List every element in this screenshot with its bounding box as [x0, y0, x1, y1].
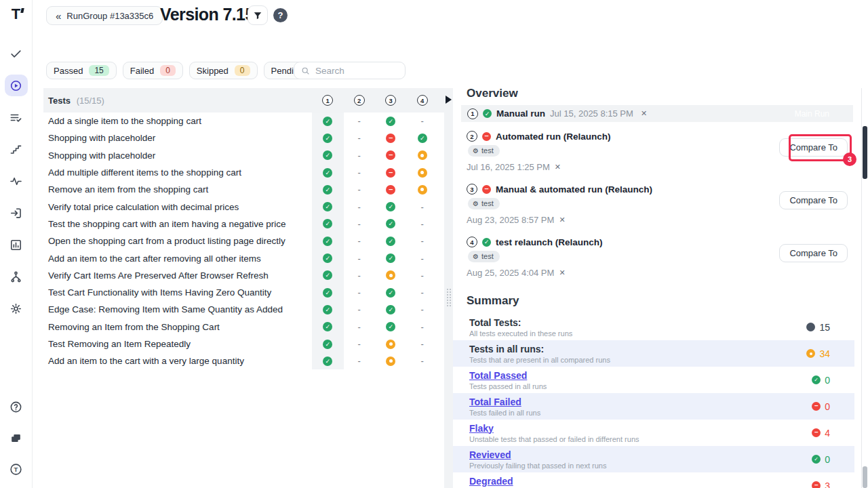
- test-name[interactable]: Shopping with placeholder: [43, 150, 312, 161]
- summary-row-label[interactable]: Total Failed: [469, 396, 540, 407]
- no-result: -: [358, 270, 361, 281]
- collapse-panel-icon[interactable]: [446, 96, 452, 104]
- filter-tab-failed[interactable]: Failed 0: [123, 62, 183, 79]
- table-row[interactable]: Test Cart Functionality with Items Havin…: [43, 284, 446, 301]
- test-name[interactable]: Add a single item to the shopping cart: [43, 116, 312, 126]
- test-name[interactable]: Test Cart Functionality with Items Havin…: [43, 287, 312, 298]
- test-name[interactable]: Edge Case: Removing Item with Same Quant…: [43, 304, 312, 314]
- run-name: test relaunch (Relaunch): [496, 237, 603, 247]
- table-row[interactable]: Verify Cart Items Are Preserved After Br…: [43, 267, 446, 284]
- logo-circle-icon[interactable]: T: [5, 458, 28, 480]
- test-name[interactable]: Add an item to the cart after removing a…: [43, 253, 312, 264]
- filter-tab-passed[interactable]: Passed 15: [46, 62, 117, 79]
- status-pass-icon: [386, 202, 395, 211]
- column-header-run-1[interactable]: 1: [312, 95, 344, 106]
- filter-tab-skipped[interactable]: Skipped 0: [189, 62, 258, 79]
- compare-to-button[interactable]: Compare To: [779, 191, 848, 209]
- test-name[interactable]: Open the shopping cart from a product li…: [43, 236, 312, 246]
- steps-icon[interactable]: [5, 138, 28, 160]
- table-row[interactable]: Removing an Item from the Shopping Cart-…: [43, 319, 446, 336]
- scrollbar-thumb[interactable]: [863, 126, 867, 179]
- test-name[interactable]: Add an item to the cart with a very larg…: [43, 356, 312, 366]
- gear-icon[interactable]: [5, 298, 28, 319]
- table-row[interactable]: Remove an item from the shopping cart-: [43, 181, 446, 198]
- compare-to-button[interactable]: Compare To: [779, 138, 848, 157]
- summary-row-label[interactable]: Degraded: [469, 476, 605, 487]
- column-header-run-2[interactable]: 2: [344, 95, 376, 106]
- run-item[interactable]: 4 test relaunch (Relaunch) ⚙ test Aug 25…: [467, 237, 848, 278]
- run-item-main[interactable]: 1 Manual run Jul 15, 2025 8:15 PM Main R…: [461, 105, 853, 122]
- list-check-icon[interactable]: [5, 106, 28, 128]
- status-pass-icon: [323, 270, 332, 280]
- gear-tag-icon: ⚙: [473, 253, 479, 260]
- no-result: -: [358, 150, 361, 161]
- play-circle-icon[interactable]: [5, 75, 28, 96]
- help-button[interactable]: ?: [273, 8, 288, 22]
- table-row[interactable]: Shopping with placeholder-: [43, 129, 446, 146]
- scrollbar-thumb-secondary[interactable]: [863, 466, 867, 488]
- column-header-run-4[interactable]: 4: [407, 95, 439, 106]
- test-name[interactable]: Removing an Item from the Shopping Cart: [43, 322, 312, 332]
- remove-run-icon[interactable]: [559, 268, 565, 277]
- table-row[interactable]: Shopping with placeholder-: [43, 147, 446, 164]
- summary-row: Total Passed Tests passed in all runs 0: [453, 367, 854, 393]
- no-result: -: [358, 287, 361, 298]
- search-input[interactable]: [315, 66, 398, 76]
- summary-row-label[interactable]: Revieved: [469, 449, 606, 460]
- run-date: Jul 15, 2025 8:15 PM: [550, 108, 633, 119]
- svg-text:T: T: [14, 465, 18, 472]
- folders-icon[interactable]: [5, 427, 28, 449]
- summary-value-icon: [812, 455, 821, 464]
- run-date: Aug 23, 2025 8:57 PM: [467, 215, 554, 225]
- test-name[interactable]: Test Removing an Item Repeatedly: [43, 339, 312, 349]
- branch-icon[interactable]: [5, 266, 28, 287]
- status-pass-icon: [323, 322, 332, 331]
- report-chart-icon[interactable]: [5, 234, 28, 256]
- summary-row-label[interactable]: Total Passed: [469, 370, 547, 381]
- check-icon[interactable]: [5, 43, 28, 64]
- compare-to-button[interactable]: Compare To: [779, 244, 848, 262]
- summary-value-number: 0: [825, 454, 830, 465]
- table-row[interactable]: Test the shopping cart with an item havi…: [43, 216, 446, 232]
- table-row[interactable]: Test Removing an Item Repeatedly--: [43, 336, 446, 352]
- run-tag-label: test: [481, 252, 494, 260]
- test-name[interactable]: Verify Cart Items Are Preserved After Br…: [43, 270, 312, 281]
- run-number: 2: [467, 131, 477, 142]
- table-row[interactable]: Edge Case: Removing Item with Same Quant…: [43, 301, 446, 318]
- run-tag[interactable]: ⚙ test: [468, 251, 500, 262]
- summary-row-label[interactable]: Flaky: [469, 423, 639, 434]
- test-name[interactable]: Shopping with placeholder: [43, 133, 312, 143]
- table-row[interactable]: Verify total price calculation with deci…: [43, 198, 446, 215]
- run-item[interactable]: 3 Manual & automated run (Relaunch) ⚙ te…: [467, 184, 848, 225]
- run-tag[interactable]: ⚙ test: [468, 145, 500, 157]
- remove-run-icon[interactable]: [559, 216, 565, 224]
- test-name[interactable]: Test the shopping cart with an item havi…: [43, 219, 312, 229]
- test-name[interactable]: Remove an item from the shopping cart: [43, 184, 312, 195]
- table-row[interactable]: Open the shopping cart from a product li…: [43, 232, 446, 249]
- column-header-run-3[interactable]: 3: [375, 95, 407, 106]
- run-item[interactable]: 2 Automated run (Relaunch) ⚙ test Jul 16…: [467, 131, 848, 172]
- summary-value-number: 34: [819, 348, 830, 359]
- test-name[interactable]: Add multiple different items to the shop…: [43, 167, 312, 178]
- activity-icon[interactable]: [5, 170, 28, 192]
- test-name[interactable]: Verify total price calculation with deci…: [43, 202, 312, 212]
- summary-value-number: 4: [825, 428, 830, 439]
- drag-handle[interactable]: [446, 288, 451, 307]
- table-row[interactable]: Add multiple different items to the shop…: [43, 164, 446, 181]
- back-to-rungroup-button[interactable]: « RunGroup #13a335c6: [46, 6, 163, 25]
- run-tag[interactable]: ⚙ test: [468, 198, 500, 209]
- remove-run-icon[interactable]: [555, 163, 561, 171]
- filter-button[interactable]: [248, 5, 268, 25]
- status-pass-icon: [323, 305, 332, 314]
- help-circle-icon[interactable]: [5, 396, 28, 418]
- table-row[interactable]: Add a single item to the shopping cart--: [43, 113, 446, 129]
- status-pass-icon: [386, 288, 395, 298]
- status-pass-icon: [323, 357, 332, 366]
- table-row[interactable]: Add an item to the cart after removing a…: [43, 249, 446, 266]
- status-pass-icon: [323, 219, 332, 228]
- overview-panel: Overview 1 Manual run Jul 15, 2025 8:15 …: [453, 87, 854, 488]
- remove-run-icon[interactable]: [641, 109, 647, 118]
- table-row[interactable]: Add an item to the cart with a very larg…: [43, 352, 446, 369]
- app-logo[interactable]: T: [12, 6, 20, 22]
- import-box-icon[interactable]: [5, 202, 28, 224]
